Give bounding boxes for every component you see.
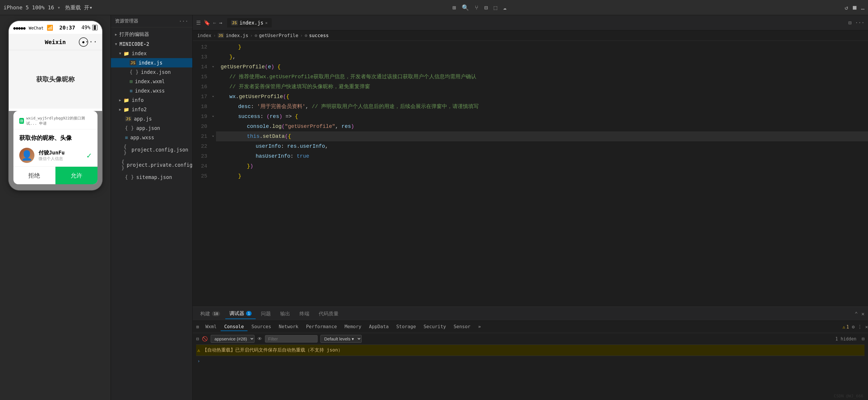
fold-btn-19[interactable]: ⌄ <box>210 111 216 120</box>
hotreload-btn[interactable]: 热重载 开▾ <box>65 4 93 11</box>
devtools-sidebar-icon[interactable]: ⊞ <box>196 324 199 330</box>
stop-icon[interactable]: ⏹ <box>851 4 858 11</box>
devtool-tab-network[interactable]: Network <box>275 322 302 331</box>
devtool-tab-security[interactable]: Security <box>420 322 450 331</box>
devtools-tabs: ⊞ Wxml Console Sources Network Performan… <box>193 322 843 331</box>
sidebar-item-minicode2[interactable]: ▼ MINICODE-2 <box>111 39 192 49</box>
console-sidebar-icon[interactable]: ⊟ <box>196 336 199 342</box>
devtool-tab-performance[interactable]: Performance <box>302 322 340 331</box>
branch-icon[interactable]: ⑂ <box>475 4 478 11</box>
bottom-tab-quality[interactable]: 代码质量 <box>315 309 343 319</box>
level-select[interactable]: Default levels ▾ <box>320 335 362 343</box>
phone-more-btn[interactable]: ··· <box>85 38 97 46</box>
devtools-close-icon[interactable]: ✕ <box>865 324 868 330</box>
sidebar-item-app-js[interactable]: JS app.js <box>111 114 192 123</box>
bottom-console[interactable]: ⊟ 🚫 appservice (#28) 👁 Default levels ▾ … <box>193 333 868 400</box>
device-selector[interactable]: iPhone 5 100% 16 ▾ <box>3 4 60 10</box>
check-icon: ✓ <box>87 151 92 160</box>
sidebar-item-index-wxss[interactable]: ≡ index.wxss <box>111 86 192 95</box>
devtool-tab-wxml[interactable]: Wxml <box>202 322 220 331</box>
sidebar-item-app-wxss[interactable]: ≡ app.wxss <box>111 133 192 142</box>
bottom-tab-build[interactable]: 构建 18 <box>196 309 224 319</box>
devtool-tab-memory[interactable]: Memory <box>341 322 365 331</box>
code-content[interactable]: } }, getUserProfile(e) { // 推荐使用wx.getUs… <box>216 41 868 307</box>
sidebar-collapse-icon[interactable]: ☰ <box>196 20 201 26</box>
js-tab-icon: JS <box>231 20 238 25</box>
sidebar-item-info2[interactable]: ▶ 📁 info2 <box>111 105 192 114</box>
fold-btn-14[interactable]: ⌄ <box>210 61 216 71</box>
sidebar-item-info[interactable]: ▶ 📁 info <box>111 95 192 105</box>
sidebar-dots-btn[interactable]: ··· <box>179 18 188 24</box>
bottom-tab-problems[interactable]: 问题 <box>257 309 275 319</box>
fold-btn-17[interactable]: ⌄ <box>210 91 216 100</box>
sidebar-item-index-json[interactable]: { } index.json <box>111 67 192 77</box>
devtool-tab-sources[interactable]: Sources <box>248 322 275 331</box>
fold-btn-23 <box>210 150 216 160</box>
debug-icon[interactable]: ⬚ <box>494 4 497 11</box>
more-editor-icon[interactable]: ··· <box>855 20 865 26</box>
sidebar-toggle-icon[interactable]: ⊞ <box>453 4 456 11</box>
console-expand-icon[interactable]: ⊟ <box>862 336 865 342</box>
breadcrumb-success[interactable]: success <box>309 33 329 38</box>
sidebar-item-app-json[interactable]: { } app.json <box>111 123 192 133</box>
sidebar-item-sitemap[interactable]: { } sitemap.json <box>111 173 192 182</box>
wxss-file-icon: ≡ <box>130 88 132 94</box>
breadcrumb-fn[interactable]: getUserProfile <box>259 33 298 38</box>
search-icon[interactable]: 🔍 <box>462 4 469 11</box>
cloud-icon[interactable]: ☁ <box>503 4 507 11</box>
bottom-tab-debugger[interactable]: 调试器 1 <box>225 308 256 319</box>
devtools-more-icon[interactable]: ⋮ <box>858 324 862 330</box>
devtool-tab-sensor[interactable]: Sensor <box>450 322 474 331</box>
sidebar-item-project-config[interactable]: { } project.config.json <box>111 142 192 157</box>
console-clear-icon[interactable]: 🚫 <box>202 336 208 342</box>
console-filter-input[interactable] <box>265 335 317 342</box>
bookmark-icon[interactable]: 🔖 <box>204 20 210 26</box>
console-prompt[interactable]: › <box>196 356 865 366</box>
bottom-tab-terminal[interactable]: 终端 <box>296 309 313 319</box>
breadcrumb-fn2-icon: ⊙ <box>305 33 307 38</box>
json-file-icon: { } <box>121 159 124 171</box>
warning-icon: ⚠ <box>843 325 845 330</box>
devtool-tab-console[interactable]: Console <box>221 322 247 331</box>
breadcrumb-index[interactable]: index <box>197 33 211 38</box>
settings-icon[interactable]: ⚙ <box>852 324 855 330</box>
split-editor-icon[interactable]: ⊟ <box>848 20 851 26</box>
modal-reject-btn[interactable]: 拒绝 <box>13 167 56 184</box>
console-eye-icon[interactable]: 👁 <box>257 336 262 342</box>
breadcrumb-file[interactable]: index.js <box>226 33 248 38</box>
refresh-icon[interactable]: ↺ <box>845 4 848 11</box>
code-line-25: } <box>216 171 868 181</box>
breadcrumb-sep: › <box>250 33 253 38</box>
bottom-tab-output[interactable]: 输出 <box>276 309 294 319</box>
folder-icon: 📁 <box>123 97 129 103</box>
sidebar-file-label: project.config.json <box>132 147 188 153</box>
sidebar-file-label: index.json <box>141 69 171 75</box>
back-icon[interactable]: ← <box>213 20 216 26</box>
fold-btn-16 <box>210 81 216 91</box>
sidebar-item-index[interactable]: ▼ 📁 index <box>111 49 192 58</box>
code-editor[interactable]: 12 13 14 15 16 17 18 19 20 21 22 23 24 2… <box>193 41 868 307</box>
wxss-file-icon: ≡ <box>125 134 128 141</box>
sidebar-item-open-editors[interactable]: ▶ 打开的编辑器 <box>111 29 192 39</box>
js-file-icon: JS <box>130 60 136 65</box>
devtool-tab-more[interactable]: » <box>474 322 485 331</box>
fold-btn-21[interactable]: ⌄ <box>210 130 216 140</box>
context-select[interactable]: appservice (#28) <box>211 335 254 343</box>
extensions-icon[interactable]: ⊟ <box>484 4 488 11</box>
sidebar-item-index-wxml[interactable]: ⊞ index.wxml <box>111 77 192 86</box>
sidebar-item-index-js[interactable]: JS index.js <box>111 58 192 67</box>
devtool-tab-storage[interactable]: Storage <box>393 322 420 331</box>
editor-tab-bar: ☰ 🔖 ← → JS index.js ✕ ⊟ ··· <box>193 15 868 30</box>
sidebar-item-project-private[interactable]: { } project.private.config... <box>111 157 192 173</box>
folder-icon: 📁 <box>123 107 129 113</box>
devtool-tab-appdata[interactable]: AppData <box>365 322 392 331</box>
sidebar-root-label: MINICODE-2 <box>119 41 149 47</box>
tab-close-btn[interactable]: ✕ <box>265 21 267 25</box>
editor-tab-index-js[interactable]: JS index.js ✕ <box>227 18 272 27</box>
panel-collapse-icon[interactable]: ⌃ <box>855 311 858 317</box>
sidebar-folder-label: info2 <box>132 106 147 113</box>
forward-icon[interactable]: → <box>219 20 222 26</box>
panel-close-icon[interactable]: ✕ <box>861 311 865 317</box>
more-icon[interactable]: … <box>861 4 865 11</box>
modal-allow-btn[interactable]: 允许 <box>56 167 97 184</box>
